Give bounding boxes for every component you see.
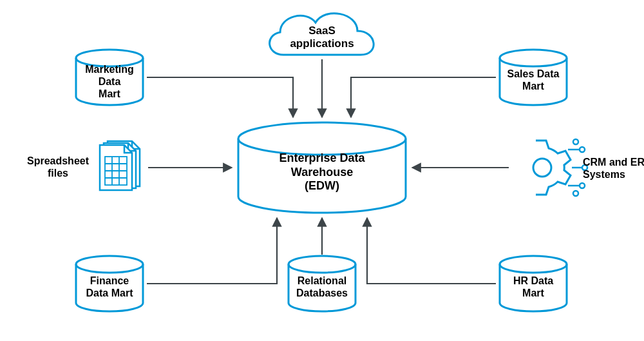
svg-point-18 (580, 183, 585, 188)
svg-point-20 (573, 191, 578, 196)
diagram-canvas (0, 0, 644, 341)
relational-db-icon (289, 256, 355, 311)
svg-point-0 (238, 122, 406, 155)
arrow-hr-to-edw (367, 218, 496, 284)
svg-point-1 (76, 50, 143, 66)
hr-db-icon (500, 256, 567, 311)
marketing-db-icon (76, 50, 143, 105)
svg-point-19 (573, 139, 578, 144)
svg-point-4 (289, 256, 355, 273)
svg-point-5 (500, 256, 567, 273)
diagram-root: Enterprise Data Warehouse (EDW) SaaS app… (0, 0, 644, 341)
edw-cylinder (238, 122, 406, 213)
gear-icon (533, 139, 587, 196)
svg-point-14 (580, 147, 585, 152)
sales-db-icon (500, 50, 567, 105)
svg-point-3 (76, 256, 143, 273)
arrows (147, 59, 509, 284)
svg-point-16 (582, 165, 587, 170)
svg-point-2 (500, 50, 567, 66)
arrow-marketing-to-edw (147, 77, 293, 117)
svg-point-12 (533, 159, 551, 177)
arrow-finance-to-edw (147, 218, 277, 284)
saas-cloud-icon (270, 14, 374, 55)
spreadsheet-icon (100, 141, 140, 190)
arrow-sales-to-edw (351, 77, 496, 117)
finance-db-icon (76, 256, 143, 311)
